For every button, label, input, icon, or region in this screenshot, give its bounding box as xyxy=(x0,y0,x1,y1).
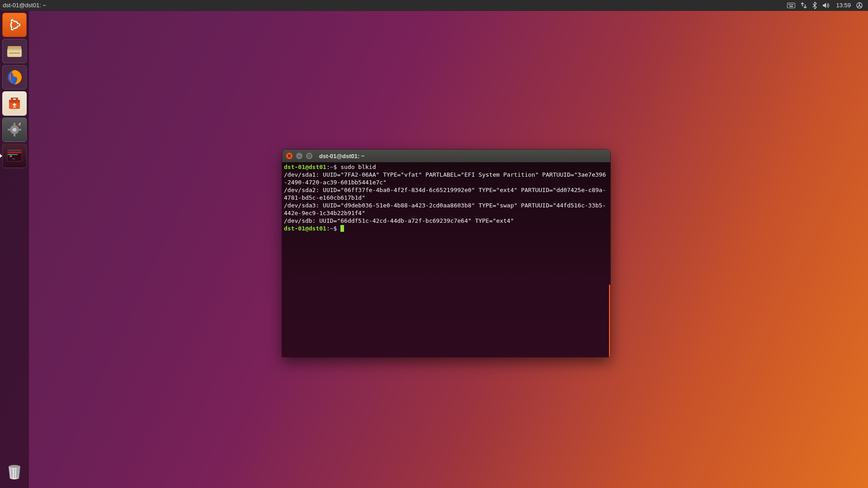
terminal-output-line: /dev/sdb: UUID="66ddf51c-42cd-44db-a72f-… xyxy=(284,217,514,224)
svg-rect-28 xyxy=(14,134,15,136)
svg-rect-42 xyxy=(308,155,311,157)
svg-rect-29 xyxy=(8,129,10,131)
svg-rect-3 xyxy=(791,4,792,5)
svg-rect-17 xyxy=(7,49,22,51)
svg-text:A: A xyxy=(13,104,16,109)
svg-point-31 xyxy=(18,124,20,126)
launcher-item-files[interactable] xyxy=(2,39,27,63)
network-indicator-icon[interactable] xyxy=(798,0,810,11)
window-maximize-button[interactable] xyxy=(306,152,313,160)
terminal-scrollbar[interactable] xyxy=(609,285,610,357)
window-minimize-button[interactable] xyxy=(296,152,303,160)
svg-rect-36 xyxy=(8,154,18,155)
svg-rect-0 xyxy=(788,3,795,8)
svg-rect-2 xyxy=(790,4,791,5)
terminal-cursor xyxy=(340,225,344,232)
bluetooth-indicator-icon[interactable] xyxy=(810,0,820,11)
terminal-output-line: /dev/sda3: UUID="d9deb036-51e0-4b88-a423… xyxy=(284,202,606,216)
svg-rect-22 xyxy=(11,98,13,100)
svg-rect-33 xyxy=(7,150,22,152)
launcher-dash-button[interactable] xyxy=(2,13,27,37)
terminal-output-line: /dev/sda1: UUID="7FA2-06AA" TYPE="vfat" … xyxy=(284,171,606,186)
launcher-item-software[interactable]: A xyxy=(2,91,27,116)
terminal-output-line: /dev/sda2: UUID="06ff37fe-4ba0-4f2f-834d… xyxy=(284,187,606,201)
launcher-trash[interactable] xyxy=(3,460,26,483)
svg-rect-30 xyxy=(19,129,21,131)
keyboard-indicator-icon[interactable] xyxy=(784,0,798,11)
svg-rect-4 xyxy=(793,4,793,5)
session-indicator-icon[interactable] xyxy=(854,0,865,11)
window-close-button[interactable] xyxy=(286,152,293,160)
prompt-path: ~ xyxy=(330,164,334,170)
svg-rect-27 xyxy=(14,123,15,126)
svg-rect-1 xyxy=(788,4,789,5)
svg-rect-21 xyxy=(9,100,20,103)
launcher-item-terminal[interactable]: >_ xyxy=(2,144,27,168)
sound-indicator-icon[interactable] xyxy=(820,0,833,11)
terminal-titlebar[interactable]: dst-01@dst01: ~ xyxy=(282,150,610,162)
terminal-window[interactable]: dst-01@dst01: ~ dst-01@dst01:~$ sudo blk… xyxy=(282,150,610,357)
svg-point-26 xyxy=(13,128,16,131)
terminal-output[interactable]: dst-01@dst01:~$ sudo blkid /dev/sda1: UU… xyxy=(282,162,610,357)
prompt-user: dst-01@dst01 xyxy=(284,164,326,170)
terminal-window-title: dst-01@dst01: ~ xyxy=(319,153,364,160)
svg-point-7 xyxy=(859,5,860,6)
clock-indicator[interactable]: 13:59 xyxy=(833,0,854,11)
svg-rect-18 xyxy=(9,52,20,54)
active-window-title: dst-01@dst01: ~ xyxy=(3,2,46,9)
launcher-item-settings[interactable] xyxy=(2,117,27,142)
launcher-item-firefox[interactable] xyxy=(2,65,27,89)
top-menubar: dst-01@dst01: ~ 13:59 xyxy=(0,0,868,11)
svg-rect-23 xyxy=(16,98,18,100)
svg-rect-35 xyxy=(8,152,21,153)
svg-rect-5 xyxy=(789,6,793,7)
unity-launcher: A >_ xyxy=(0,11,29,488)
terminal-command: sudo blkid xyxy=(340,164,376,170)
